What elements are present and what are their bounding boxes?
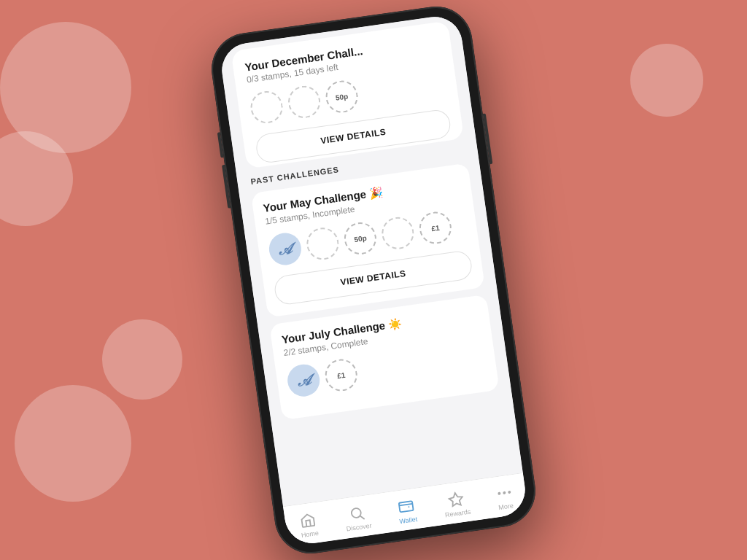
screen-content: Your December Chall... 0/3 stamps, 15 da… <box>218 13 528 546</box>
svg-rect-2 <box>399 501 414 512</box>
bg-decoration-5 <box>630 44 703 117</box>
december-challenge-card: Your December Chall... 0/3 stamps, 15 da… <box>231 20 464 168</box>
nav-label-home: Home <box>301 529 319 539</box>
bg-decoration-3 <box>15 385 131 502</box>
svg-line-1 <box>360 516 365 520</box>
may-stamp-2 <box>305 225 341 262</box>
may-stamp-1: 𝒜 <box>267 231 303 268</box>
nav-item-wallet[interactable]: Wallet <box>390 495 424 527</box>
side-button-volume <box>222 165 231 209</box>
nav-item-more[interactable]: More <box>489 482 520 514</box>
nav-label-more: More <box>498 502 514 511</box>
december-stamp-reward: 50p <box>324 79 360 115</box>
wallet-icon <box>398 497 416 516</box>
july-challenge-card: Your July Challenge ☀️ 2/2 stamps, Compl… <box>269 295 499 420</box>
past-challenges-section: PAST CHALLENGES Your May Challenge 🎉 1/5… <box>249 147 500 420</box>
more-dots-icon <box>496 484 511 502</box>
nav-label-rewards: Rewards <box>444 508 471 519</box>
nav-item-discover[interactable]: Discover <box>337 502 378 535</box>
home-icon <box>299 511 317 529</box>
rewards-icon <box>447 491 465 509</box>
phone-device: Your December Chall... 0/3 stamps, 15 da… <box>207 1 541 558</box>
phone-screen: Your December Chall... 0/3 stamps, 15 da… <box>218 13 528 546</box>
side-button-mute <box>217 132 224 158</box>
nav-label-wallet: Wallet <box>399 516 418 525</box>
nav-label-discover: Discover <box>346 522 372 533</box>
bg-decoration-4 <box>102 319 182 400</box>
nav-item-rewards[interactable]: Rewards <box>436 488 477 521</box>
discover-icon <box>348 505 366 523</box>
july-stamp-reward: £1 <box>323 357 360 394</box>
july-stamp-1: 𝒜 <box>285 362 322 399</box>
may-stamp-4 <box>380 215 417 252</box>
may-stamp-reward-2: £1 <box>417 210 454 246</box>
december-stamp-2 <box>286 84 322 120</box>
nav-item-home[interactable]: Home <box>293 509 325 541</box>
may-stamp-reward-1: 50p <box>342 220 379 257</box>
side-button-power <box>483 113 493 164</box>
december-stamp-1 <box>249 89 285 125</box>
svg-point-0 <box>351 508 361 518</box>
may-challenge-card: Your May Challenge 🎉 1/5 stamps, Incompl… <box>251 163 485 317</box>
svg-marker-3 <box>449 492 464 507</box>
